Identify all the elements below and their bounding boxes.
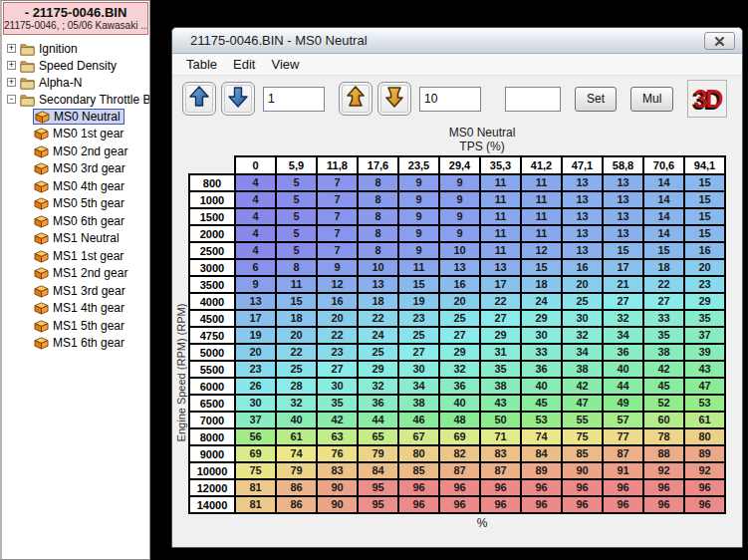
grid-cell[interactable]: 28 xyxy=(276,378,317,395)
grid-cell[interactable]: 29 xyxy=(684,293,725,310)
grid-cell[interactable]: 27 xyxy=(398,344,439,361)
grid-cell[interactable]: 21 xyxy=(603,276,643,293)
grid-cell[interactable]: 96 xyxy=(480,496,521,513)
grid-cell[interactable]: 96 xyxy=(684,479,725,496)
grid-cell[interactable]: 81 xyxy=(235,479,276,496)
row-header[interactable]: 1500 xyxy=(189,208,235,225)
grid-cell[interactable]: 61 xyxy=(684,412,725,428)
grid-cell[interactable]: 15 xyxy=(684,191,725,208)
row-header[interactable]: 3000 xyxy=(189,259,235,276)
grid-cell[interactable]: 13 xyxy=(562,191,603,208)
grid-cell[interactable]: 23 xyxy=(235,361,276,378)
row-header[interactable]: 14000 xyxy=(189,496,235,513)
grid-cell[interactable]: 36 xyxy=(439,378,480,395)
column-header[interactable]: 29,4 xyxy=(439,156,480,174)
grid-cell[interactable]: 8 xyxy=(358,242,398,259)
grid-cell[interactable]: 29 xyxy=(358,361,398,378)
grid-cell[interactable]: 20 xyxy=(276,327,317,344)
grid-cell[interactable]: 78 xyxy=(643,428,684,445)
grid-cell[interactable]: 34 xyxy=(603,327,643,344)
grid-cell[interactable]: 60 xyxy=(643,412,684,428)
grid-cell[interactable]: 8 xyxy=(358,174,398,191)
grid-cell[interactable]: 12 xyxy=(317,276,358,293)
tree-item-ms1-neutral[interactable]: MS1 Neutral xyxy=(2,230,149,248)
grid-cell[interactable]: 79 xyxy=(276,462,317,479)
grid-cell[interactable]: 7 xyxy=(317,242,358,259)
grid-cell[interactable]: 45 xyxy=(643,378,684,395)
grid-cell[interactable]: 74 xyxy=(521,428,562,445)
grid-cell[interactable]: 47 xyxy=(684,378,725,395)
grid-cell[interactable]: 4 xyxy=(235,174,276,191)
collapse-icon[interactable]: - xyxy=(7,95,16,104)
grid-cell[interactable]: 9 xyxy=(439,191,480,208)
grid-cell[interactable]: 37 xyxy=(684,327,725,344)
tree-item-ms1-1st-gear[interactable]: MS1 1st gear xyxy=(2,247,149,265)
grid-cell[interactable]: 25 xyxy=(358,344,398,361)
grid-cell[interactable]: 83 xyxy=(480,445,521,462)
grid-cell[interactable]: 25 xyxy=(439,310,480,327)
grid-cell[interactable]: 48 xyxy=(439,412,480,428)
tree-item[interactable]: MS1 Neutral xyxy=(33,230,123,246)
tree-item-ms1-6th-gear[interactable]: MS1 6th gear xyxy=(2,335,149,353)
row-header[interactable]: 9000 xyxy=(189,445,235,462)
grid-cell[interactable]: 76 xyxy=(317,445,358,462)
grid-cell[interactable]: 13 xyxy=(603,208,643,225)
grid-cell[interactable]: 96 xyxy=(603,479,643,496)
column-header[interactable]: 47,1 xyxy=(562,156,603,174)
column-header[interactable]: 5,9 xyxy=(276,156,317,174)
tree-item[interactable]: MS1 2nd gear xyxy=(33,265,130,281)
grid-cell[interactable]: 22 xyxy=(480,293,521,310)
increment-big-button[interactable] xyxy=(339,82,373,116)
grid-cell[interactable]: 92 xyxy=(684,462,725,479)
grid-cell[interactable]: 27 xyxy=(643,293,684,310)
grid-cell[interactable]: 69 xyxy=(235,445,276,462)
grid-cell[interactable]: 35 xyxy=(317,395,358,412)
grid-cell[interactable]: 13 xyxy=(358,276,398,293)
tree-item[interactable]: MS1 4th gear xyxy=(33,300,127,316)
grid-cell[interactable]: 22 xyxy=(317,327,358,344)
grid-cell[interactable]: 13 xyxy=(562,242,603,259)
grid-cell[interactable]: 15 xyxy=(684,208,725,225)
grid-cell[interactable]: 12 xyxy=(521,242,562,259)
grid-cell[interactable]: 40 xyxy=(276,412,317,428)
grid-cell[interactable]: 47 xyxy=(562,395,603,412)
row-header[interactable]: 5000 xyxy=(189,344,235,361)
grid-cell[interactable]: 40 xyxy=(521,378,562,395)
grid-cell[interactable]: 43 xyxy=(480,395,521,412)
grid-cell[interactable]: 92 xyxy=(643,462,684,479)
grid-cell[interactable]: 16 xyxy=(562,259,603,276)
row-header[interactable]: 2500 xyxy=(189,242,235,259)
grid-cell[interactable]: 96 xyxy=(603,496,643,513)
grid-cell[interactable]: 32 xyxy=(603,310,643,327)
grid-cell[interactable]: 40 xyxy=(439,395,480,412)
grid-cell[interactable]: 96 xyxy=(521,496,562,513)
grid-cell[interactable]: 35 xyxy=(643,327,684,344)
grid-cell[interactable]: 85 xyxy=(398,462,439,479)
grid-cell[interactable]: 9 xyxy=(439,208,480,225)
grid-cell[interactable]: 44 xyxy=(358,412,398,428)
grid-cell[interactable]: 13 xyxy=(603,174,643,191)
grid-cell[interactable]: 11 xyxy=(276,276,317,293)
grid-cell[interactable]: 42 xyxy=(317,412,358,428)
grid-cell[interactable]: 96 xyxy=(398,479,439,496)
grid-cell[interactable]: 9 xyxy=(317,259,358,276)
row-header[interactable]: 6500 xyxy=(189,395,235,412)
grid-cell[interactable]: 30 xyxy=(562,310,603,327)
grid-cell[interactable]: 36 xyxy=(603,344,643,361)
grid-cell[interactable]: 31 xyxy=(480,344,521,361)
grid-cell[interactable]: 25 xyxy=(562,293,603,310)
grid-cell[interactable]: 74 xyxy=(276,445,317,462)
tree-item-ms0-2nd-gear[interactable]: MS0 2nd gear xyxy=(2,142,149,160)
grid-cell[interactable]: 11 xyxy=(480,208,521,225)
grid-cell[interactable]: 13 xyxy=(603,191,643,208)
grid-cell[interactable]: 29 xyxy=(439,344,480,361)
grid-cell[interactable]: 82 xyxy=(439,445,480,462)
menu-edit[interactable]: Edit xyxy=(225,54,263,76)
column-header[interactable]: 94,1 xyxy=(684,156,725,174)
grid-cell[interactable]: 20 xyxy=(317,310,358,327)
grid-cell[interactable]: 25 xyxy=(398,327,439,344)
grid-cell[interactable]: 15 xyxy=(603,242,643,259)
tree-item-ms1-5th-gear[interactable]: MS1 5th gear xyxy=(2,317,149,335)
tree-item[interactable]: MS0 3rd gear xyxy=(33,160,128,176)
set-value-input[interactable] xyxy=(505,87,561,112)
